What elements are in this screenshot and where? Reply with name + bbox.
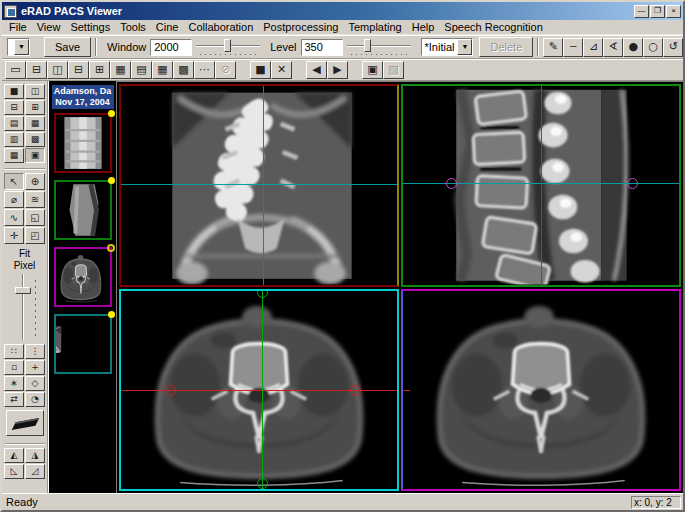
- ellipse-tool-button[interactable]: ○: [643, 38, 663, 57]
- viewer-grid: [116, 81, 683, 493]
- eraser-icon: [11, 418, 38, 430]
- pencil-tool-button[interactable]: ✎: [543, 38, 563, 57]
- active-stage-button[interactable]: ■: [250, 61, 271, 79]
- thumbnail-scout-lateral[interactable]: [54, 180, 112, 240]
- flip-vertical-button[interactable]: ◮: [25, 448, 45, 463]
- layout-4x4-button[interactable]: ▩: [173, 61, 194, 79]
- clock-phase-button[interactable]: ◔: [25, 392, 45, 407]
- layout-custom-button[interactable]: ⋯: [194, 61, 215, 79]
- thumbnail-scout-ap[interactable]: [54, 113, 112, 173]
- roi-box-button[interactable]: ▫: [4, 360, 24, 375]
- save-button[interactable]: Save: [44, 37, 91, 57]
- preset-2rows-button[interactable]: ⊟: [4, 100, 24, 115]
- window-level-tool-button[interactable]: ≋: [25, 191, 45, 208]
- save-stage-button[interactable]: ▣: [362, 61, 383, 79]
- swap-series-button[interactable]: ⇄: [4, 392, 24, 407]
- sagittal-reference-line: [263, 86, 264, 285]
- preset-4x4-button[interactable]: ▩: [25, 132, 45, 147]
- layout-2x3-button[interactable]: ▦: [110, 61, 131, 79]
- layout-2rows-button[interactable]: ⊟: [26, 61, 47, 79]
- toolbar-separator: [95, 38, 97, 56]
- preset-1x1-button[interactable]: ■: [4, 84, 24, 99]
- layout-rows-wide-button[interactable]: ⊟: [68, 61, 89, 79]
- freehand-tool-button[interactable]: ↺: [663, 38, 683, 57]
- viewport-axial-active[interactable]: [119, 289, 399, 492]
- pixel-label: Pixel: [14, 260, 36, 272]
- chevron-down-icon[interactable]: ▼: [457, 39, 472, 55]
- star-annotation-button[interactable]: ∗: [4, 376, 24, 391]
- menu-item[interactable]: Help: [407, 21, 440, 33]
- layout-2cols-button[interactable]: ◫: [47, 61, 68, 79]
- protractor-tool-button[interactable]: ⊿: [583, 38, 603, 57]
- zoom-slider[interactable]: [10, 274, 40, 340]
- preset-2x2-button[interactable]: ⊞: [25, 100, 45, 115]
- layout-3x4-button[interactable]: ▦: [152, 61, 173, 79]
- clip-tool-button[interactable]: ⌀: [4, 191, 24, 208]
- add-point-button[interactable]: +: [25, 360, 45, 375]
- preset-combobox[interactable]: *Initial ▼: [421, 38, 474, 56]
- ruler-tool-button[interactable]: ┄: [563, 38, 583, 57]
- eraser-button[interactable]: [6, 410, 44, 436]
- menu-item[interactable]: Speech Recognition: [439, 21, 547, 33]
- preset-3cols-button[interactable]: ▥: [4, 132, 24, 147]
- viewport-sagittal[interactable]: [401, 84, 681, 287]
- rotate-handle[interactable]: [446, 178, 457, 189]
- series-combobox[interactable]: ▼: [7, 38, 30, 56]
- menu-item[interactable]: Postprocessing: [258, 21, 343, 33]
- viewport-axial-right[interactable]: [401, 289, 681, 492]
- rotate-handle[interactable]: [627, 178, 638, 189]
- rotate-left-button[interactable]: ◺: [4, 464, 24, 479]
- level-slider[interactable]: [347, 38, 411, 56]
- menu-item[interactable]: Cine: [151, 21, 184, 33]
- pointer-tool-button[interactable]: ↖: [4, 173, 24, 190]
- level-slider-handle[interactable]: [364, 39, 371, 52]
- menu-item[interactable]: Collaboration: [183, 21, 258, 33]
- previous-stage-button[interactable]: ◀: [306, 61, 327, 79]
- rotate-handle[interactable]: [350, 385, 361, 396]
- magnifier-tool-button[interactable]: ⊕: [25, 173, 45, 190]
- dotted-select-button[interactable]: ∷: [4, 344, 24, 359]
- menu-item[interactable]: View: [32, 21, 66, 33]
- zoom-region-tool-button[interactable]: ◰: [25, 227, 45, 244]
- window-slider[interactable]: [196, 38, 260, 56]
- flip-horizontal-button[interactable]: ◭: [4, 448, 24, 463]
- rotate-right-button[interactable]: ◿: [25, 464, 45, 479]
- window-slider-handle[interactable]: [224, 39, 231, 52]
- preset-2cols-button[interactable]: ◫: [25, 84, 45, 99]
- rotate-handle[interactable]: [257, 289, 268, 298]
- tile-stack-button[interactable]: ⋮: [25, 344, 45, 359]
- menu-item[interactable]: Settings: [65, 21, 115, 33]
- menu-item[interactable]: Tools: [115, 21, 151, 33]
- crop-tool-button[interactable]: ◱: [25, 209, 45, 226]
- thumbnail-coronal-series[interactable]: [54, 314, 112, 374]
- close-button[interactable]: ×: [666, 5, 681, 18]
- pan-tool-button[interactable]: ✛: [4, 227, 24, 244]
- layout-1x1-button[interactable]: ▭: [5, 61, 26, 79]
- thumbnail-axial-series[interactable]: [54, 247, 112, 307]
- next-stage-button[interactable]: ▶: [327, 61, 348, 79]
- layout-2x2-button[interactable]: ⊞: [89, 61, 110, 79]
- level-input[interactable]: [301, 39, 343, 56]
- viewport-coronal[interactable]: [119, 84, 399, 287]
- rotate-handle[interactable]: [165, 385, 176, 396]
- preset-3rows-button[interactable]: ▤: [4, 116, 24, 131]
- preset-3x3-button[interactable]: ▦: [25, 116, 45, 131]
- menu-item[interactable]: File: [4, 21, 32, 33]
- layout-toolgroup: ▭⊟◫⊟⊞▦▤▦▩⋯⊘: [5, 61, 236, 79]
- filled-ellipse-tool-button[interactable]: ●: [623, 38, 643, 57]
- restore-button[interactable]: ❐: [650, 5, 665, 18]
- angle-tool-button[interactable]: ∢: [603, 38, 623, 57]
- layout-3x3-button[interactable]: ▤: [131, 61, 152, 79]
- minimize-button[interactable]: —: [634, 5, 649, 18]
- preset-current-button[interactable]: ▣: [25, 148, 45, 163]
- sparkle-annotation-button[interactable]: ◇: [25, 376, 45, 391]
- chevron-down-icon[interactable]: ▼: [14, 39, 29, 55]
- series-loaded-indicator: [108, 311, 115, 318]
- zoom-slider-handle[interactable]: [15, 287, 31, 294]
- menu-item[interactable]: Templating: [344, 21, 407, 33]
- window-input[interactable]: [150, 39, 192, 56]
- rotate-handle[interactable]: [257, 478, 268, 489]
- preset-3x4-button[interactable]: ▦: [4, 148, 24, 163]
- curve-tool-button[interactable]: ∿: [4, 209, 24, 226]
- close-image-button[interactable]: ✕: [271, 61, 292, 79]
